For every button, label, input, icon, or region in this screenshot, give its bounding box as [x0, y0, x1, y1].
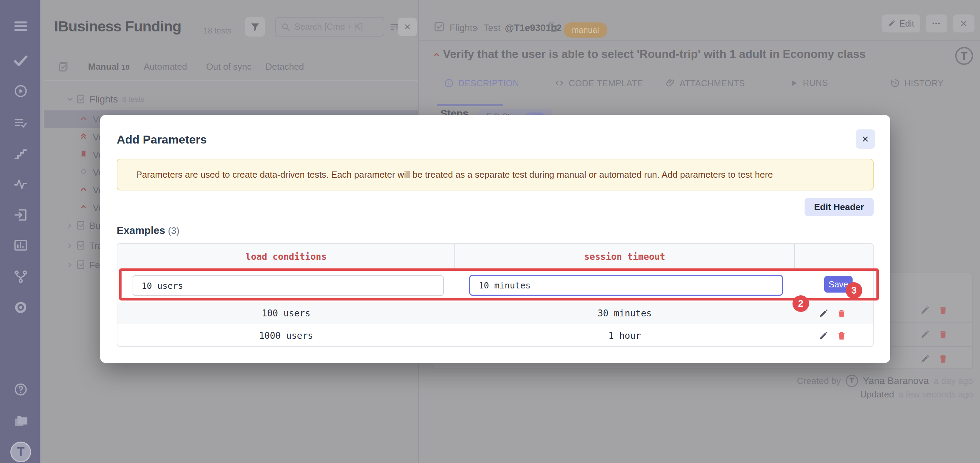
pencil-icon [888, 19, 896, 28]
edit-row-button[interactable] [818, 308, 829, 319]
funnel-icon [250, 22, 260, 32]
history-icon [890, 78, 900, 88]
annotation-step-3: 3 [846, 282, 862, 299]
breadcrumb-test: Test [484, 23, 501, 33]
import-sign-in-icon[interactable] [13, 207, 29, 223]
info-icon [444, 78, 454, 88]
examples-count: (3) [168, 226, 179, 236]
cell-load-conditions: 100 users [118, 302, 455, 324]
tab-detached[interactable]: Detached [266, 62, 304, 72]
tests-tabs-bar: Manual 18 Automated Out of sync Detached [44, 59, 418, 81]
priority-high-icon [79, 185, 90, 196]
edit-header-button[interactable]: Edit Header [805, 198, 874, 216]
analytics-bar-chart-icon[interactable] [13, 237, 29, 253]
example-row: 100 users 30 minutes [118, 302, 873, 324]
runs-play-circle-icon[interactable] [13, 83, 29, 99]
breadcrumb-separator: › [475, 23, 478, 33]
project-title: IBusiness Funding [54, 18, 181, 35]
close-panel-button[interactable] [953, 14, 974, 32]
pencil-icon[interactable] [920, 329, 930, 339]
column-header-session-timeout: session timeout [455, 244, 795, 270]
tests-check-icon[interactable] [13, 53, 29, 69]
tab-history[interactable]: HISTORY [890, 78, 944, 88]
delete-row-button[interactable] [836, 330, 847, 341]
close-icon [959, 19, 968, 28]
created-ago: a day ago [934, 376, 973, 387]
column-header-load-conditions: load conditions [118, 244, 455, 270]
breadcrumb-suite[interactable]: Flights [450, 23, 477, 33]
pencil-icon [818, 330, 829, 341]
chevron-down-icon[interactable] [65, 95, 76, 104]
search-box[interactable] [275, 17, 384, 36]
checkbox-icon [433, 21, 445, 32]
add-parameters-modal: Add Parameters Parameters are used to cr… [100, 115, 890, 363]
steps-stairs-icon[interactable] [13, 146, 29, 162]
collapse-chevron-icon[interactable] [432, 50, 441, 59]
priority-highest-icon [79, 132, 90, 143]
trash-icon[interactable] [938, 329, 948, 339]
code-icon [554, 78, 565, 88]
manual-count: 18 [122, 63, 129, 71]
pencil-icon[interactable] [920, 305, 930, 316]
close-filter-button[interactable] [398, 17, 417, 36]
author-avatar: T [846, 375, 858, 387]
test-file-icon [76, 94, 87, 105]
search-input[interactable] [294, 21, 373, 32]
tab-runs[interactable]: RUNS [789, 78, 828, 88]
branches-icon[interactable] [13, 269, 29, 285]
sidebar: T [0, 0, 42, 463]
updated-ago: a few seconds ago [898, 389, 973, 400]
modal-close-button[interactable] [856, 129, 875, 149]
tab-out-of-sync[interactable]: Out of sync [206, 62, 252, 72]
testomat-watermark-logo: T [955, 47, 973, 65]
annotation-step-2: 2 [792, 295, 809, 312]
suite-row-flights[interactable]: Flights 6 tests [44, 90, 418, 108]
chevron-right-icon[interactable] [65, 221, 76, 230]
updated-line: Updated a few seconds ago [860, 389, 973, 400]
trash-icon [836, 330, 847, 341]
test-file-icon [76, 260, 87, 271]
projects-folders-icon[interactable] [13, 412, 29, 428]
updated-label: Updated [860, 389, 894, 400]
author-name: Yana Baranova [863, 375, 929, 387]
copy-icon[interactable] [547, 21, 558, 32]
trash-icon[interactable] [938, 305, 948, 316]
close-icon [403, 23, 412, 31]
tests-count: 18 tests [204, 26, 231, 35]
help-icon[interactable] [13, 382, 29, 398]
modal-title: Add Parameters [117, 133, 207, 146]
tab-manual[interactable]: Manual 18 [88, 62, 129, 72]
pencil-icon[interactable] [920, 354, 930, 364]
delete-row-button[interactable] [836, 308, 847, 319]
chevron-right-icon[interactable] [65, 260, 76, 270]
test-file-icon [76, 220, 87, 231]
checklist-icon[interactable] [58, 61, 69, 73]
chevron-right-icon[interactable] [65, 241, 76, 250]
close-icon [861, 135, 870, 143]
manual-badge: manual [563, 22, 608, 38]
filter-button[interactable] [245, 17, 265, 36]
column-divider [794, 244, 795, 270]
search-icon [281, 22, 290, 32]
suite-label: Flights [89, 94, 118, 105]
suite-label: Bu [89, 220, 100, 231]
more-button[interactable]: ••• [926, 14, 947, 32]
tab-attachments[interactable]: ATTACHMENTS [665, 78, 745, 88]
table-header: load conditions session timeout [118, 244, 873, 270]
testomat-logo[interactable]: T [10, 442, 31, 462]
app-screen: T IBusiness Funding 18 tests Manual 18 A… [0, 0, 980, 463]
edit-button[interactable]: Edit [881, 14, 920, 32]
test-file-icon [76, 240, 87, 251]
tab-description[interactable]: DESCRIPTION [444, 78, 519, 88]
tab-code-template[interactable]: CODE TEMPLATE [554, 78, 643, 88]
cell-session-timeout: 1 hour [455, 324, 795, 347]
trash-icon[interactable] [938, 354, 948, 364]
created-label: Created by [797, 376, 841, 387]
menu-icon[interactable] [13, 18, 29, 34]
edit-row-button[interactable] [818, 330, 829, 341]
settings-gear-icon[interactable] [13, 300, 29, 316]
tab-automated[interactable]: Automated [144, 62, 187, 72]
plans-list-check-icon[interactable] [13, 115, 29, 131]
pulse-activity-icon[interactable] [13, 176, 29, 192]
cell-session-timeout: 30 minutes [455, 302, 795, 324]
